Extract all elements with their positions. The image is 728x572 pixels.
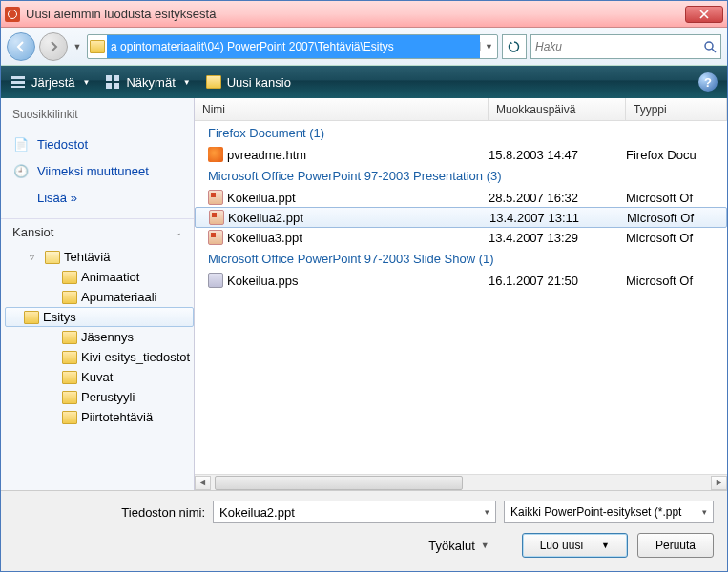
chevron-down-icon: ▾ (702, 507, 707, 517)
help-button[interactable]: ? (698, 72, 718, 92)
scroll-thumb[interactable] (215, 476, 463, 490)
views-menu[interactable]: Näkymät ▼ (105, 74, 190, 90)
tree-item[interactable]: Jäsennys (5, 327, 194, 347)
open-dialog: Uusi aiemmin luodusta esityksestä ▼ a op… (0, 0, 728, 572)
favorite-link[interactable]: 🕘Viimeksi muuttuneet (12, 157, 182, 184)
close-button[interactable] (685, 6, 723, 23)
expand-icon[interactable]: ▿ (30, 252, 41, 262)
organize-menu[interactable]: Järjestä ▼ (10, 74, 90, 90)
file-name: Kokeilua.ppt (227, 191, 489, 205)
file-row[interactable]: Kokeilua2.ppt 13.4.2007 13:11 Microsoft … (195, 207, 727, 228)
search-box[interactable] (530, 34, 721, 59)
address-bar[interactable]: a opintomateriaalit\04) PowerPoint 2007\… (87, 34, 498, 59)
open-dropdown-icon[interactable]: ▼ (593, 541, 610, 550)
new-folder-button[interactable]: Uusi kansio (206, 75, 291, 90)
column-header-name[interactable]: Nimi (195, 98, 489, 120)
tree-label: Piirtotehtäviä (81, 410, 153, 424)
file-date: 15.8.2003 14:47 (489, 148, 626, 162)
file-type: Microsoft Of (627, 211, 726, 225)
tree-item[interactable]: ▿Tehtäviä (5, 247, 194, 267)
search-input[interactable] (535, 35, 703, 58)
chevron-down-icon: ⌄ (175, 228, 182, 237)
folder-tree: ▿TehtäviäAnimaatiotApumateriaaliEsitysJä… (1, 245, 194, 490)
file-date: 13.4.2007 13:11 (489, 211, 627, 225)
file-type-filter[interactable]: Kaikki PowerPoint-esitykset (*.ppt ▾ (504, 500, 714, 523)
cancel-button[interactable]: Peruuta (637, 533, 714, 558)
favorites-header: Suosikkilinkit (12, 108, 182, 121)
column-header-type[interactable]: Tyyppi (626, 98, 727, 120)
filename-value: Kokeilua2.ppt (219, 505, 295, 520)
file-list: Firefox Document (1) pvreadme.htm 15.8.2… (195, 121, 727, 474)
tree-label: Apumateriaali (81, 290, 157, 304)
address-dropdown[interactable]: ▼ (480, 42, 497, 51)
tree-label: Tehtäviä (64, 250, 110, 264)
file-icon (208, 147, 223, 162)
tree-item[interactable]: Apumateriaali (5, 287, 194, 307)
nav-bar: ▼ a opintomateriaalit\04) PowerPoint 200… (1, 28, 727, 66)
folder-icon (24, 311, 39, 324)
tree-item[interactable]: Esitys (5, 307, 194, 327)
folders-header[interactable]: Kansiot ⌄ (1, 218, 194, 245)
svg-rect-4 (106, 75, 112, 81)
column-headers: Nimi Muokkauspäivä Tyyppi (195, 98, 727, 121)
forward-button[interactable] (39, 32, 68, 61)
svg-rect-7 (114, 83, 119, 89)
favorite-label: Viimeksi muuttuneet (37, 164, 149, 178)
nav-history-dropdown[interactable]: ▼ (72, 42, 83, 51)
window-title: Uusi aiemmin luodusta esityksestä (26, 7, 685, 21)
chevron-down-icon[interactable]: ▾ (485, 507, 489, 517)
address-text[interactable]: a opintomateriaalit\04) PowerPoint 2007\… (107, 35, 480, 58)
search-icon[interactable] (703, 40, 717, 53)
file-icon (209, 210, 224, 225)
file-icon (208, 230, 223, 245)
filename-input[interactable]: Kokeilua2.ppt ▾ (213, 500, 496, 523)
svg-rect-3 (11, 86, 25, 88)
tree-label: Kivi esitys_tiedostot (81, 350, 190, 364)
file-type: Microsoft Of (626, 231, 727, 245)
favorite-link[interactable]: 📄Tiedostot (12, 131, 182, 157)
refresh-button[interactable] (502, 34, 527, 59)
tree-item[interactable]: Kivi esitys_tiedostot (5, 347, 194, 367)
svg-rect-5 (114, 75, 119, 81)
file-row[interactable]: pvreadme.htm 15.8.2003 14:47 Firefox Doc… (195, 145, 727, 164)
file-date: 28.5.2007 16:32 (489, 191, 626, 205)
scroll-left-button[interactable]: ◄ (195, 476, 211, 490)
tree-item[interactable]: Animaatiot (5, 267, 194, 287)
tree-label: Animaatiot (81, 270, 139, 284)
open-button[interactable]: Luo uusi ▼ (522, 533, 628, 558)
file-type: Microsoft Of (626, 191, 727, 205)
tree-item[interactable]: Piirtotehtäviä (5, 407, 194, 427)
file-row[interactable]: Kokeilua3.ppt 13.4.2007 13:29 Microsoft … (195, 228, 727, 247)
command-bar: Järjestä ▼ Näkymät ▼ Uusi kansio ? (1, 66, 727, 98)
folder-icon (45, 251, 60, 264)
group-header[interactable]: Microsoft Office PowerPoint 97-2003 Slid… (195, 247, 727, 271)
column-header-date[interactable]: Muokkauspäivä (489, 98, 626, 120)
tree-label: Kuvat (81, 370, 113, 384)
scroll-right-button[interactable]: ► (711, 476, 727, 490)
file-icon (208, 190, 223, 205)
svg-rect-2 (11, 81, 25, 84)
tools-label: Työkalut (428, 539, 474, 553)
group-header[interactable]: Firefox Document (1) (195, 121, 727, 145)
chevron-down-icon: ▼ (481, 541, 489, 550)
file-date: 16.1.2007 21:50 (489, 274, 626, 288)
favorite-link[interactable]: Lisää » (12, 184, 182, 211)
back-button[interactable] (7, 32, 35, 61)
file-pane: Nimi Muokkauspäivä Tyyppi Firefox Docume… (195, 98, 727, 490)
tree-item[interactable]: Kuvat (5, 367, 194, 387)
organize-label: Järjestä (31, 75, 75, 90)
group-header[interactable]: Microsoft Office PowerPoint 97-2003 Pres… (195, 164, 727, 188)
chevron-down-icon: ▼ (83, 78, 91, 87)
tree-item[interactable]: Perustyyli (5, 387, 194, 407)
file-row[interactable]: Kokeilua.ppt 28.5.2007 16:32 Microsoft O… (195, 188, 727, 207)
h-scrollbar[interactable]: ◄ ► (195, 474, 727, 490)
file-row[interactable]: Kokeilua.pps 16.1.2007 21:50 Microsoft O… (195, 271, 727, 290)
tools-menu[interactable]: Työkalut ▼ (426, 535, 490, 557)
svg-rect-1 (11, 76, 25, 79)
file-name: pvreadme.htm (227, 148, 489, 162)
chevron-down-icon: ▼ (183, 78, 191, 87)
folders-label: Kansiot (12, 225, 53, 239)
file-date: 13.4.2007 13:29 (489, 231, 626, 245)
folder-icon (62, 331, 77, 344)
svg-point-0 (705, 42, 713, 50)
